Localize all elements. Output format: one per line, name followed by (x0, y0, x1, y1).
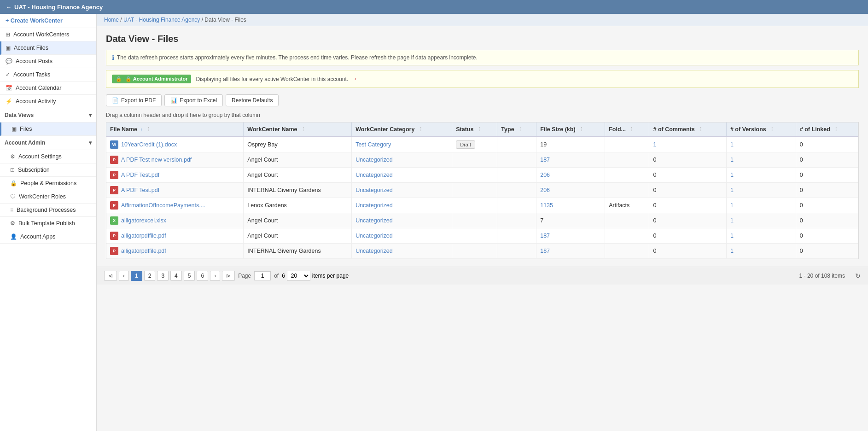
sidebar-item-subscription[interactable]: ⊡ Subscription (0, 163, 96, 177)
cell-type (497, 244, 536, 259)
col-status[interactable]: Status ⋮ (452, 122, 497, 137)
restore-defaults-button[interactable]: Restore Defaults (226, 94, 279, 106)
main-content: Home / UAT - Housing Finance Agency / Da… (97, 14, 868, 431)
col-menu-size[interactable]: ⋮ (579, 127, 584, 132)
activity-icon: ⚡ (6, 98, 12, 105)
calendar-icon: 📅 (6, 85, 12, 91)
of-label: of (274, 273, 279, 279)
cell-workcenter: Lenox Gardens (244, 198, 352, 213)
sidebar-item-account-workcenters[interactable]: ⊞ Account WorkCenters (0, 28, 96, 41)
breadcrumb: Home / UAT - Housing Finance Agency / Da… (97, 14, 868, 26)
cell-comments: 0 (649, 228, 726, 244)
apps-icon: 👤 (10, 233, 17, 240)
sidebar-item-account-tasks[interactable]: ✓ Account Tasks (0, 68, 96, 82)
col-menu-category[interactable]: ⋮ (418, 127, 423, 132)
cell-workcenter: Angel Court (244, 213, 352, 228)
publish-icon: ⚙ (10, 220, 15, 227)
page-1-button[interactable]: 1 (131, 271, 142, 281)
sidebar-item-files[interactable]: ▣ Files (0, 122, 96, 136)
col-versions[interactable]: # of Versions ⋮ (726, 122, 796, 137)
cell-versions: 1 (726, 198, 796, 213)
page-prev-button[interactable]: ‹ (119, 271, 129, 281)
export-excel-button[interactable]: 📊 Export to Excel (164, 94, 223, 106)
sort-asc-icon: ↑ (140, 127, 143, 132)
data-views-section[interactable]: Data Views ▾ (0, 108, 96, 122)
info-banner: ℹ The data refresh process starts approx… (106, 50, 859, 65)
total-pages: 6 (282, 273, 285, 279)
col-comments[interactable]: # of Comments ⋮ (649, 122, 726, 137)
sidebar-item-account-files[interactable]: ▣ Account Files (0, 41, 96, 55)
col-linked[interactable]: # of Linked ⋮ (796, 122, 858, 137)
file-name-link[interactable]: A PDF Test.pdf (121, 172, 159, 178)
page-3-button[interactable]: 3 (157, 271, 169, 281)
page-number-input[interactable] (254, 271, 271, 280)
page-2-button[interactable]: 2 (144, 271, 156, 281)
cell-status (452, 183, 497, 198)
page-next-button[interactable]: › (210, 271, 220, 281)
col-menu-file-name[interactable]: ⋮ (146, 127, 151, 132)
file-type-pdf-icon: P (110, 201, 118, 210)
file-name-link[interactable]: alligatorpdffile.pdf (121, 233, 166, 239)
sidebar-item-workcenter-roles[interactable]: 🛡 WorkCenter Roles (0, 190, 96, 204)
col-file-name[interactable]: File Name ↑ ⋮ (106, 122, 244, 137)
col-menu-linked[interactable]: ⋮ (833, 127, 839, 132)
sidebar-item-background-processes[interactable]: ≡ Background Processes (0, 204, 96, 217)
page-4-button[interactable]: 4 (170, 271, 182, 281)
col-workcenter-category[interactable]: WorkCenter Category ⋮ (352, 122, 452, 137)
refresh-icon[interactable]: ↻ (855, 272, 861, 280)
cell-file-name: Palligatorpdffile.pdf (106, 228, 244, 244)
col-menu-versions[interactable]: ⋮ (769, 127, 775, 132)
col-workcenter-name[interactable]: WorkCenter Name ⋮ (244, 122, 352, 137)
top-bar-arrow: ← (6, 4, 12, 11)
cell-category: Uncategorized (352, 168, 452, 183)
file-type-docx-icon: W (110, 140, 118, 149)
sidebar-item-account-activity[interactable]: ⚡ Account Activity (0, 95, 96, 108)
breadcrumb-account[interactable]: UAT - Housing Finance Agency (123, 17, 200, 23)
info-icon: ℹ (112, 54, 114, 61)
chevron-down-icon: ▾ (89, 112, 92, 118)
page-first-button[interactable]: ⊲ (104, 271, 117, 281)
file-name-link[interactable]: 10YearCredit (1).docx (121, 141, 177, 148)
col-file-size[interactable]: File Size (kb) ⋮ (536, 122, 605, 137)
cell-workcenter: INTERNAL Giverny Gardens (244, 244, 352, 259)
cell-category: Uncategorized (352, 152, 452, 168)
cell-file-size: 187 (536, 244, 605, 259)
col-type[interactable]: Type ⋮ (497, 122, 536, 137)
file-name-link[interactable]: A PDF Test.pdf (121, 187, 159, 193)
col-menu-status[interactable]: ⋮ (477, 127, 482, 132)
create-workcenter-button[interactable]: + Create WorkCenter (0, 14, 96, 28)
file-name-link[interactable]: alligatorpdffile.pdf (121, 248, 166, 254)
breadcrumb-home[interactable]: Home (104, 17, 119, 23)
col-menu-type[interactable]: ⋮ (518, 127, 523, 132)
sidebar-item-bulk-template-publish[interactable]: ⚙ Bulk Template Publish (0, 217, 96, 230)
sidebar-item-account-apps[interactable]: 👤 Account Apps (0, 230, 96, 244)
export-pdf-button[interactable]: 📄 Export to PDF (106, 94, 162, 106)
sidebar-item-people-permissions[interactable]: 🔒 People & Permissions (0, 177, 96, 190)
page-title: Data View - Files (106, 34, 859, 44)
col-folder[interactable]: Fold... ⋮ (605, 122, 649, 137)
col-menu-folder[interactable]: ⋮ (629, 127, 634, 132)
lock-icon: 🔒 (10, 180, 17, 186)
files-icon: ▣ (12, 126, 17, 132)
per-page-select[interactable]: 20 50 100 (287, 271, 310, 281)
sidebar-item-account-settings[interactable]: ⚙ Account Settings (0, 150, 96, 163)
account-admin-section[interactable]: Account Admin ▾ (0, 136, 96, 150)
cell-status (452, 213, 497, 228)
cell-folder (605, 168, 649, 183)
cell-workcenter: Osprey Bay (244, 137, 352, 152)
sidebar-item-account-posts[interactable]: 💬 Account Posts (0, 55, 96, 68)
file-name-link[interactable]: A PDF Test new version.pdf (121, 157, 192, 163)
sidebar-item-account-calendar[interactable]: 📅 Account Calendar (0, 82, 96, 95)
page-6-button[interactable]: 6 (197, 271, 208, 281)
page-last-button[interactable]: ⊳ (222, 271, 235, 281)
page-5-button[interactable]: 5 (184, 271, 195, 281)
col-menu-comments[interactable]: ⋮ (698, 127, 703, 132)
file-name-link[interactable]: alligatorexcel.xlsx (121, 217, 166, 224)
file-name-link[interactable]: AffirmationOfIncomePayments.... (121, 202, 205, 209)
sidebar: + Create WorkCenter ⊞ Account WorkCenter… (0, 14, 97, 431)
drag-instruction: Drag a column header and drop it here to… (106, 112, 859, 118)
cell-type (497, 183, 536, 198)
cell-versions: 1 (726, 244, 796, 259)
col-menu-workcenter[interactable]: ⋮ (301, 127, 306, 132)
admin-banner: 🔒 🔒 Account Administrator Displaying all… (106, 70, 859, 88)
